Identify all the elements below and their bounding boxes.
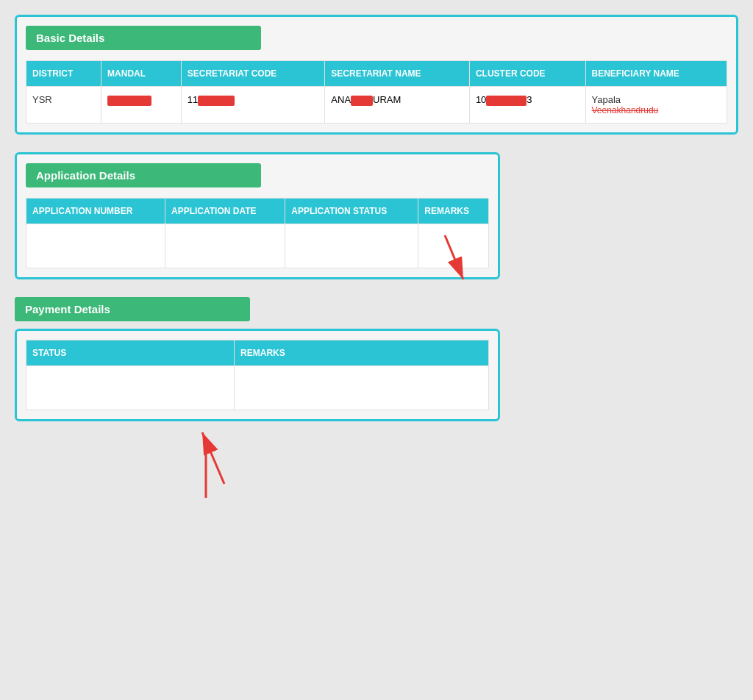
- table-header-row: DISTRICT MANDAL SECRETARIAT CODE SECRETA…: [26, 61, 727, 87]
- cell-secretariat-code: 11: [181, 87, 325, 124]
- redacted-sec-code: [198, 96, 235, 106]
- app-cell-empty-1: [26, 224, 165, 268]
- redacted-cluster: [486, 96, 527, 106]
- col-app-status: APPLICATION STATUS: [285, 199, 418, 224]
- redacted-mandal: [107, 96, 151, 106]
- basic-details-header: Basic Details: [26, 26, 261, 50]
- application-details-header: Application Details: [26, 163, 261, 188]
- app-cell-empty-3: [285, 224, 418, 268]
- red-arrow-down: [423, 228, 496, 301]
- app-empty-row: [26, 224, 489, 268]
- cell-district: YSR: [26, 87, 101, 124]
- basic-details-section: Basic Details DISTRICT MANDAL SECRETARIA…: [15, 15, 738, 135]
- col-beneficiary-name: BENEFICIARY NAME: [585, 61, 727, 87]
- payment-cell-empty-1: [26, 366, 235, 410]
- application-details-table: APPLICATION NUMBER APPLICATION DATE APPL…: [26, 198, 489, 268]
- cell-beneficiary-name: Yapala Veenakhandrudu: [585, 87, 727, 124]
- basic-details-table: DISTRICT MANDAL SECRETARIAT CODE SECRETA…: [26, 60, 727, 124]
- col-remarks: REMARKS: [418, 199, 489, 224]
- bottom-arrow-area: [15, 439, 500, 498]
- col-status: STATUS: [26, 340, 235, 366]
- redacted-sec-name-part: [351, 96, 373, 106]
- svg-line-1: [445, 235, 463, 279]
- application-details-section: Application Details APPLICATION NUMBER A…: [15, 152, 500, 279]
- payment-details-header: Payment Details: [15, 297, 250, 321]
- payment-cell-empty-2: [235, 366, 489, 410]
- red-arrow-bottom: [176, 439, 235, 498]
- cell-secretariat-name: ANAURAM: [325, 87, 470, 124]
- app-cell-empty-2: [165, 224, 285, 268]
- col-secretariat-name: SECRETARIAT NAME: [325, 61, 470, 87]
- payment-details-table: STATUS REMARKS: [26, 340, 489, 410]
- col-app-date: APPLICATION DATE: [165, 199, 285, 224]
- payment-table-header-row: STATUS REMARKS: [26, 340, 489, 366]
- col-payment-remarks: REMARKS: [235, 340, 489, 366]
- payment-details-container: Payment Details STATUS REMARKS: [15, 297, 500, 421]
- payment-empty-row: [26, 366, 489, 410]
- col-app-number: APPLICATION NUMBER: [26, 199, 165, 224]
- col-mandal: MANDAL: [101, 61, 182, 87]
- col-district: DISTRICT: [26, 61, 101, 87]
- cell-cluster-code: 103: [469, 87, 585, 124]
- app-table-header-row: APPLICATION NUMBER APPLICATION DATE APPL…: [26, 199, 489, 224]
- cell-mandal: [101, 87, 182, 124]
- col-cluster-code: CLUSTER CODE: [469, 61, 585, 87]
- col-secretariat-code: SECRETARIAT CODE: [181, 61, 325, 87]
- table-row: YSR 11 ANAURAM 103 Yapala Veenakhandrudu: [26, 87, 727, 124]
- payment-details-section: STATUS REMARKS: [15, 329, 500, 421]
